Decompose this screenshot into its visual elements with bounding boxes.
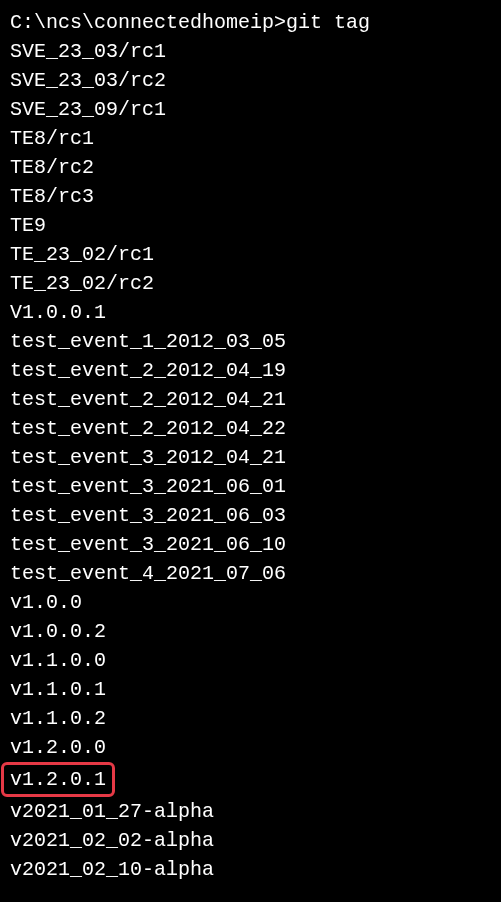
tag-line: test_event_3_2021_06_01 [10, 472, 491, 501]
terminal-output: C:\ncs\connectedhomeip>git tag SVE_23_03… [0, 0, 501, 892]
tag-line: v1.0.0.2 [10, 617, 491, 646]
highlighted-tag: v1.2.0.1 [1, 762, 115, 797]
tag-line: test_event_3_2012_04_21 [10, 443, 491, 472]
tag-line: v2021_02_02-alpha [10, 826, 491, 855]
command-prompt-line: C:\ncs\connectedhomeip>git tag [10, 8, 491, 37]
tag-line: SVE_23_03/rc1 [10, 37, 491, 66]
tag-line: test_event_1_2012_03_05 [10, 327, 491, 356]
tag-line: v1.0.0 [10, 588, 491, 617]
tag-line: test_event_3_2021_06_03 [10, 501, 491, 530]
tag-line: TE8/rc1 [10, 124, 491, 153]
tag-line: v2021_02_10-alpha [10, 855, 491, 884]
tag-line: SVE_23_03/rc2 [10, 66, 491, 95]
tag-line: v2021_01_27-alpha [10, 797, 491, 826]
tag-line: v1.1.0.0 [10, 646, 491, 675]
tag-line: v1.1.0.1 [10, 675, 491, 704]
git-tag-output: SVE_23_03/rc1SVE_23_03/rc2SVE_23_09/rc1T… [10, 37, 491, 884]
tag-line: TE9 [10, 211, 491, 240]
tag-line: TE8/rc3 [10, 182, 491, 211]
tag-line: TE_23_02/rc2 [10, 269, 491, 298]
tag-line: test_event_2_2012_04_21 [10, 385, 491, 414]
tag-line: v1.1.0.2 [10, 704, 491, 733]
tag-line: SVE_23_09/rc1 [10, 95, 491, 124]
tag-line: V1.0.0.1 [10, 298, 491, 327]
tag-line: TE8/rc2 [10, 153, 491, 182]
tag-line: test_event_2_2012_04_22 [10, 414, 491, 443]
tag-line: test_event_4_2021_07_06 [10, 559, 491, 588]
tag-line: test_event_3_2021_06_10 [10, 530, 491, 559]
tag-line: v1.2.0.0 [10, 733, 491, 762]
tag-line: TE_23_02/rc1 [10, 240, 491, 269]
tag-line: test_event_2_2012_04_19 [10, 356, 491, 385]
tag-line: v1.2.0.1 [10, 762, 491, 797]
